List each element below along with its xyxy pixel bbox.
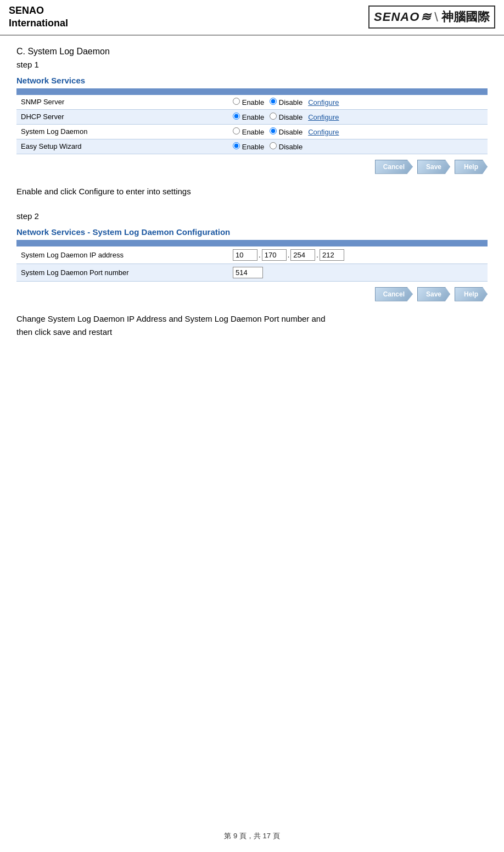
page-header: SENAO International SENAO ≋ \ 神腦國際	[0, 0, 504, 36]
logo-icon: ≋	[421, 10, 431, 24]
config-field-name: System Log Daemon IP address	[16, 246, 228, 264]
table-row: SNMP Server Enable DisableConfigure	[16, 95, 488, 110]
disable-label[interactable]: Disable	[270, 143, 303, 151]
logo-box: SENAO ≋ \ 神腦國際	[368, 5, 495, 29]
port-input[interactable]	[233, 267, 263, 278]
network-services-heading: Network Services	[16, 76, 488, 85]
section-title: C. System Log Daemon	[16, 47, 488, 57]
disable-label[interactable]: Disable	[270, 113, 303, 121]
buttons-row-2: Cancel Save Help	[16, 287, 488, 301]
enable-label[interactable]: Enable	[233, 113, 264, 121]
network-services-config-heading: Network Services - System Log Daemon Con…	[16, 227, 488, 237]
main-content: C. System Log Daemon step 1 Network Serv…	[0, 36, 504, 350]
step2-label: step 2	[16, 211, 488, 221]
ip-octet-3[interactable]	[290, 249, 315, 261]
enable-label[interactable]: Enable	[233, 143, 264, 151]
config-row: System Log Daemon Port number	[16, 264, 488, 281]
configure-link[interactable]: Configure	[308, 113, 339, 121]
config-row: System Log Daemon IP address...	[16, 246, 488, 264]
logo-senao-text: SENAO	[374, 10, 419, 24]
buttons-row-1: Cancel Save Help	[16, 160, 488, 174]
step1-label: step 1	[16, 60, 488, 69]
footer: 第 9 頁，共 17 頁	[0, 831, 504, 841]
cancel-button-2[interactable]: Cancel	[375, 287, 413, 301]
logo-chinese: 神腦國際	[441, 9, 490, 25]
logo-divider: \	[434, 9, 438, 25]
enable-label[interactable]: Enable	[233, 98, 264, 107]
config-field-name: System Log Daemon Port number	[16, 264, 228, 281]
help-button-2[interactable]: Help	[455, 287, 488, 301]
cancel-button-1[interactable]: Cancel	[375, 160, 413, 174]
table-row: DHCP Server Enable DisableConfigure	[16, 109, 488, 124]
table-row: System Log Daemon Enable DisableConfigur…	[16, 124, 488, 139]
service-name: System Log Daemon	[16, 124, 228, 139]
ip-octet-1[interactable]	[233, 249, 257, 261]
disable-label[interactable]: Disable	[270, 128, 303, 136]
ip-octet-2[interactable]	[262, 249, 287, 261]
table-row: Easy Setup Wizard Enable Disable	[16, 139, 488, 154]
save-button-2[interactable]: Save	[417, 287, 450, 301]
disable-label[interactable]: Disable	[270, 98, 303, 107]
config-table: System Log Daemon IP address...System Lo…	[16, 240, 488, 282]
save-button-1[interactable]: Save	[417, 160, 450, 174]
ip-octet-4[interactable]	[320, 249, 344, 261]
configure-link[interactable]: Configure	[308, 128, 339, 136]
service-name: Easy Setup Wizard	[16, 139, 228, 154]
company-name: SENAO International	[9, 4, 68, 30]
help-button-1[interactable]: Help	[455, 160, 488, 174]
enable-label[interactable]: Enable	[233, 128, 264, 136]
service-name: SNMP Server	[16, 95, 228, 110]
network-services-table: SNMP Server Enable DisableConfigureDHCP …	[16, 88, 488, 154]
service-name: DHCP Server	[16, 109, 228, 124]
enable-instruction: Enable and click Configure to enter into…	[16, 185, 488, 198]
change-instruction: Change System Log Daemon IP Address and …	[16, 312, 488, 339]
step2-section: step 2 Network Services - System Log Dae…	[16, 211, 488, 301]
configure-link[interactable]: Configure	[308, 98, 339, 107]
